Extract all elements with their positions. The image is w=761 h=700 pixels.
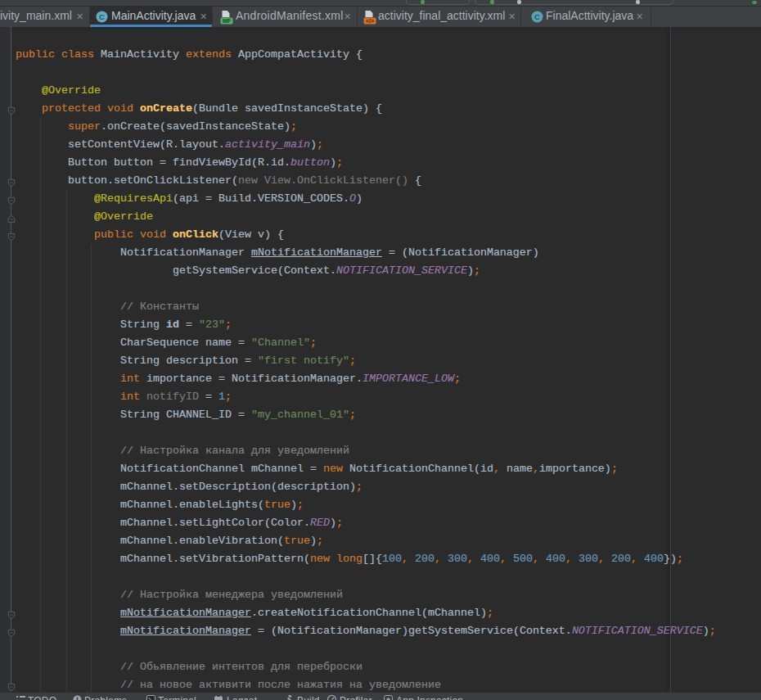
svg-text:</>: </>	[366, 18, 374, 24]
svg-text:MF: MF	[223, 18, 232, 24]
svg-text:C: C	[534, 12, 540, 21]
svg-text:C: C	[99, 12, 105, 21]
